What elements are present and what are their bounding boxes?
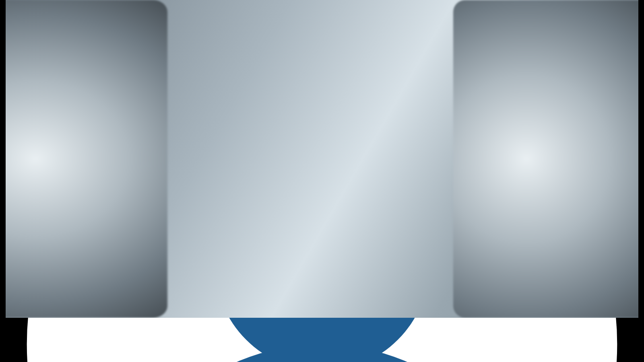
photo-tank-left xyxy=(6,0,167,318)
background-photo xyxy=(6,0,638,318)
photo-tank-right xyxy=(453,0,638,318)
